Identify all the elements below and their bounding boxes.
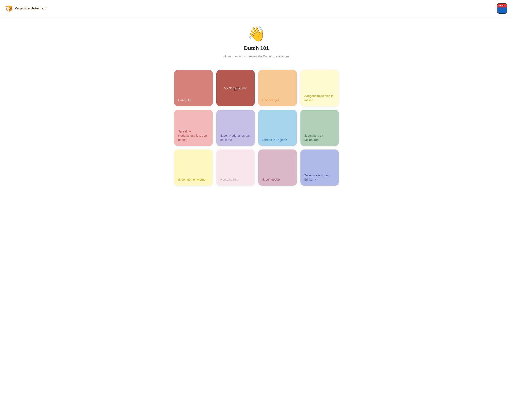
card-3[interactable]: Hoe heet je?: [258, 70, 297, 106]
card-text: Zullen we iets gaan drinken?: [304, 173, 335, 182]
card-grid: Hallo, Hoi☞My Name is BillieHoe heet je?…: [166, 65, 347, 194]
card-1[interactable]: Hallo, Hoi: [174, 70, 213, 106]
card-text: Aangenaam kennis te maken: [304, 94, 335, 102]
card-text: Ik ben goede: [262, 177, 280, 182]
logo-text: Vegemite Boterham: [15, 7, 46, 10]
card-text: Ik ben Nederlands aan het leren: [220, 134, 251, 142]
card-8[interactable]: Ik ben kom uit Melbourne: [301, 110, 339, 146]
card-7[interactable]: Spreek je Engles?: [258, 110, 297, 146]
card-10[interactable]: Hoe gaat het?: [216, 150, 255, 186]
hero-emoji: 👋: [248, 27, 265, 41]
about-badge-top: ABOUT: [497, 4, 507, 8]
card-5[interactable]: Spreek je Nederlands? [Ja, een beetje]: [174, 110, 213, 146]
hero-subtitle: Hover the cards to reveal the English tr…: [224, 54, 289, 59]
card-text: Hoe gaat het?: [220, 177, 239, 182]
card-12[interactable]: Zullen we iets gaan drinken?: [301, 150, 339, 186]
card-text: Hoe heet je?: [262, 98, 279, 102]
page-title: Dutch 101: [244, 45, 269, 51]
card-9[interactable]: Ik ben een ontwerper: [174, 150, 213, 186]
card-text: Ik ben kom uit Melbourne: [304, 134, 335, 142]
card-11[interactable]: Ik ben goede: [258, 150, 297, 186]
about-label: ABOUT: [499, 5, 505, 7]
card-text: My Name is Billie: [224, 86, 247, 90]
hero-section: 👋 Dutch 101 Hover the cards to reveal th…: [0, 17, 513, 65]
logo-icon: 🍞: [6, 5, 13, 12]
card-4[interactable]: Aangenaam kennis te maken: [301, 70, 339, 106]
app-header: 🍞 Vegemite Boterham ABOUT: [0, 0, 513, 17]
card-text: Ik ben een ontwerper: [178, 177, 206, 182]
card-6[interactable]: Ik ben Nederlands aan het leren: [216, 110, 255, 146]
about-badge-bottom: [497, 8, 507, 13]
card-text: Hallo, Hoi: [178, 98, 191, 102]
card-text: Spreek je Engles?: [262, 138, 287, 142]
about-button[interactable]: ABOUT: [497, 3, 507, 14]
card-2[interactable]: ☞My Name is Billie: [216, 70, 255, 106]
logo-area: 🍞 Vegemite Boterham: [6, 5, 46, 12]
card-text: Spreek je Nederlands? [Ja, een beetje]: [178, 129, 209, 142]
